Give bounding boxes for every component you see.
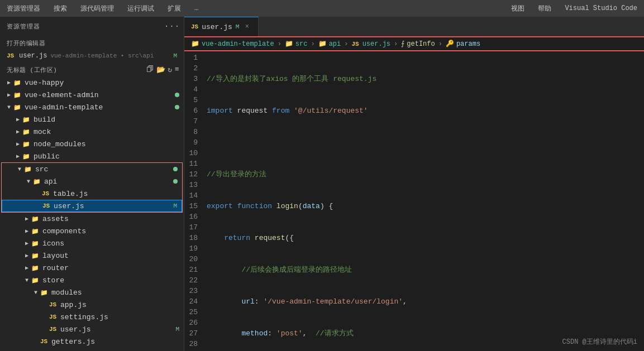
code-line-7: //后续会换成后端登录的路径地址 — [207, 265, 644, 275]
js-file-icon: JS — [42, 190, 51, 197]
bc-sep-5: › — [438, 40, 442, 48]
tree-item-user-js[interactable]: JS user.js M — [2, 200, 182, 212]
refresh-icon[interactable]: ↻ — [168, 65, 172, 74]
code-line-2: import request from '@/utils/request' — [207, 105, 644, 116]
code-editor[interactable]: //导入的是封装了axios 的那个工具 request.js import r… — [204, 52, 644, 351]
code-container[interactable]: 1 2 3 4 5 6 7 8 9 10 11 12 13 14 15 16 1… — [184, 52, 644, 351]
code-line-1: //导入的是封装了axios 的那个工具 request.js — [207, 74, 644, 84]
menu-help[interactable]: 帮助 — [536, 3, 554, 15]
sidebar-header-icons: ··· — [167, 21, 177, 31]
chevron-right-icon: ▶ — [4, 92, 13, 98]
tree-item-label: user.js — [60, 325, 175, 334]
js-file-icon: JS — [49, 326, 58, 333]
bc-sep-3: › — [344, 40, 348, 48]
open-file-modified-badge: M — [173, 52, 177, 59]
menu-bar: 资源管理器 搜索 源代码管理 运行调试 扩展 … 视图 帮助 Visual St… — [0, 0, 644, 17]
tree-item-node-modules[interactable]: ▶ 📁 node_modules — [0, 138, 184, 150]
bc-src[interactable]: src — [295, 40, 308, 48]
folder-icon: 📁 — [31, 228, 40, 235]
tree-item-label: table.js — [53, 190, 182, 198]
bc-params[interactable]: params — [456, 40, 480, 48]
bc-getinfo[interactable]: getInfo — [407, 40, 435, 48]
folder-icon: 📁 — [24, 166, 33, 173]
src-highlight-section: ▼ 📁 src ▼ 📁 api JS — [1, 162, 183, 213]
tree-item-modules[interactable]: ▼ 📁 modules — [0, 286, 184, 299]
menu-more[interactable]: … — [192, 3, 201, 13]
tree-item-label: user.js — [54, 202, 173, 210]
bc-vue-admin-template[interactable]: vue-admin-template — [202, 40, 274, 48]
modified-badge: M — [173, 203, 177, 209]
tab-modified-badge: M — [236, 23, 240, 30]
tree-item-public[interactable]: ▶ 📁 public — [0, 150, 184, 162]
folder-icon: 📁 — [22, 116, 31, 123]
tree-item-vue-element-admin[interactable]: ▶ 📁 vue-element-admin — [0, 89, 184, 101]
tree-item-components[interactable]: ▶ 📁 components — [0, 225, 184, 237]
tree-item-table-js[interactable]: JS table.js — [2, 187, 182, 200]
main-layout: 资源管理器 ··· 打开的编辑器 JS user.js vue-admin-te… — [0, 17, 644, 351]
modified-dot — [173, 179, 178, 184]
menu-view[interactable]: 视图 — [509, 3, 527, 15]
tree-item-label: vue-admin-template — [25, 103, 175, 112]
menu-scm[interactable]: 源代码管理 — [78, 3, 116, 15]
tree-item-label: icons — [42, 239, 184, 248]
bc-folder-icon-3: 📁 — [318, 40, 327, 48]
menu-search[interactable]: 搜索 — [51, 3, 69, 15]
modified-badge: M — [175, 326, 179, 333]
folder-icon: 📁 — [31, 265, 40, 272]
new-folder-icon[interactable]: 📂 — [156, 65, 166, 74]
js-file-icon: JS — [42, 203, 51, 209]
tree-item-label: api — [44, 177, 173, 186]
open-editors-title: 打开的编辑器 — [0, 37, 184, 50]
bc-sep-2: › — [311, 40, 314, 48]
sidebar-explorer-header: 资源管理器 ··· — [0, 17, 184, 36]
open-file-name: user.js — [19, 52, 47, 60]
chevron-right-icon: ▶ — [13, 141, 22, 147]
tree-item-app-js[interactable]: JS app.js — [0, 299, 184, 311]
menu-run[interactable]: 运行调试 — [125, 3, 156, 15]
open-editors-section: 打开的编辑器 JS user.js vue-admin-template • s… — [0, 36, 184, 63]
menu-extensions[interactable]: 扩展 — [165, 3, 183, 15]
watermark: CSDN @王维诗里的代码i — [562, 337, 637, 347]
tree-item-index-js[interactable]: JS index.js M — [0, 348, 184, 351]
menu-explorer[interactable]: 资源管理器 — [4, 3, 42, 15]
chevron-right-icon: ▶ — [4, 79, 13, 86]
folder-icon: 📁 — [22, 128, 31, 136]
tree-item-vue-happy[interactable]: ▶ 📁 vue-happy — [0, 76, 184, 89]
tree-item-api[interactable]: ▼ 📁 api — [2, 175, 182, 187]
tree-item-mock[interactable]: ▶ 📁 mock — [0, 126, 184, 138]
new-file-icon[interactable]: 🗍 — [146, 65, 154, 74]
tree-item-label: app.js — [60, 301, 184, 309]
folder-icon: 📁 — [13, 79, 22, 86]
breadcrumb-bar: 📁 vue-admin-template › 📁 src › 📁 api › J… — [184, 36, 644, 51]
tab-close-button[interactable]: × — [242, 22, 251, 31]
chevron-right-icon: ▶ — [22, 240, 31, 247]
folder-icon: 📁 — [31, 215, 40, 223]
chevron-right-icon: ▶ — [22, 228, 31, 234]
folder-icon: 📁 — [13, 92, 22, 99]
tab-bar: JS user.js M × — [184, 17, 644, 36]
tree-item-label: build — [34, 116, 184, 124]
tree-item-store[interactable]: ▼ 📁 store — [0, 274, 184, 286]
tree-item-vue-admin-template[interactable]: ▼ 📁 vue-admin-template — [0, 101, 184, 113]
tree-item-getters-js[interactable]: JS getters.js — [0, 335, 184, 348]
tree-item-label: node_modules — [34, 140, 184, 148]
open-file-path: vue-admin-template • src\api — [50, 52, 154, 59]
bc-api[interactable]: api — [329, 40, 341, 48]
folder-icon: 📁 — [22, 141, 31, 148]
tree-item-src[interactable]: ▼ 📁 src — [2, 163, 182, 175]
line-numbers: 1 2 3 4 5 6 7 8 9 10 11 12 13 14 15 16 1… — [184, 52, 204, 351]
tree-item-settings-js[interactable]: JS settings.js — [0, 311, 184, 323]
tree-item-router[interactable]: ▶ 📁 router — [0, 262, 184, 274]
tree-item-store-user-js[interactable]: JS user.js M — [0, 323, 184, 335]
tree-item-icons[interactable]: ▶ 📁 icons — [0, 237, 184, 249]
bc-user-js[interactable]: user.js — [362, 40, 390, 48]
tree-item-layout[interactable]: ▶ 📁 layout — [0, 249, 184, 262]
open-file-user-js[interactable]: JS user.js vue-admin-template • src\api … — [0, 50, 184, 62]
tab-user-js[interactable]: JS user.js M × — [184, 17, 259, 36]
workspace-section: 无标题 (工作区) 🗍 📂 ↻ ≡ — [0, 63, 184, 76]
chevron-down-icon: ▼ — [4, 104, 13, 110]
sidebar-dots-icon[interactable]: ··· — [167, 21, 177, 31]
collapse-icon[interactable]: ≡ — [175, 65, 179, 74]
tree-item-assets[interactable]: ▶ 📁 assets — [0, 213, 184, 225]
tree-item-build[interactable]: ▶ 📁 build — [0, 113, 184, 126]
